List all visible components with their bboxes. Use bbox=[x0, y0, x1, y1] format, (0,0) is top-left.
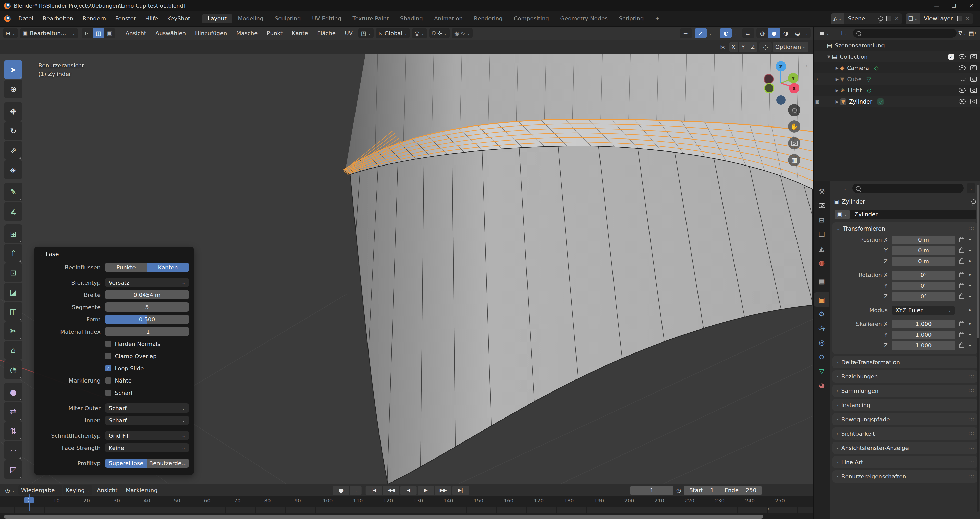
menu-keyshot[interactable]: KeyShot bbox=[162, 15, 195, 22]
workspace-tab-compositing[interactable]: Compositing bbox=[508, 14, 555, 24]
innen-dropdown[interactable]: Scharf⌄ bbox=[105, 416, 189, 425]
menu-punkt[interactable]: Punkt bbox=[262, 30, 286, 37]
panel-grip-icon[interactable]: ∷∷ bbox=[969, 402, 974, 408]
wiedergabe-menu[interactable]: Wiedergabe⌄ bbox=[19, 485, 62, 495]
tool-inset-faces[interactable]: ⊡ bbox=[4, 263, 22, 282]
value-field[interactable]: 0° bbox=[892, 271, 956, 279]
panel-beziehungen[interactable]: ›Beziehungen∷∷ bbox=[832, 370, 977, 383]
panel-benutzereigenschaften[interactable]: ›Benutzereigenschaften∷∷ bbox=[832, 470, 977, 482]
panel-bewegungspfade[interactable]: ›Bewegungspfade∷∷ bbox=[832, 413, 977, 425]
panel-grip-icon[interactable]: ∷∷ bbox=[969, 445, 974, 451]
panel-grip-icon[interactable]: ∷∷ bbox=[969, 417, 974, 422]
menu-hinzufuegen[interactable]: Hinzufügen bbox=[191, 30, 231, 37]
pan-button[interactable]: ✋ bbox=[788, 121, 800, 133]
properties-tab-modifiers[interactable]: ⚙ bbox=[814, 306, 829, 321]
disable-render-camera-icon[interactable] bbox=[970, 65, 977, 70]
workspace-tab-uv-editing[interactable]: UV Editing bbox=[307, 14, 347, 24]
frame-start-field[interactable]: Start1 bbox=[684, 485, 719, 495]
outliner-search-input[interactable] bbox=[853, 29, 956, 38]
proportional-editing-group[interactable]: ◉ ∿ ⌄ bbox=[452, 28, 473, 38]
pin-icon[interactable] bbox=[971, 199, 976, 204]
outliner-filter-button[interactable]: ∇⌄ bbox=[958, 30, 966, 37]
lock-icon[interactable] bbox=[959, 295, 964, 298]
xray-toggle[interactable]: ▱ bbox=[742, 28, 754, 38]
tool-move[interactable]: ✥ bbox=[4, 102, 22, 121]
tool-smooth[interactable]: ● bbox=[4, 383, 22, 402]
tool-extrude-region[interactable]: ⇑ bbox=[4, 244, 22, 263]
lock-icon[interactable] bbox=[959, 344, 964, 348]
timeline-ruler[interactable]: 1 10203040506070809010011012013014015016… bbox=[0, 496, 813, 506]
outliner-row-zylinder[interactable]: ▣▶▼Zylinder▽ bbox=[814, 96, 980, 107]
lock-icon[interactable] bbox=[959, 249, 964, 253]
rotation-mode-dropdown[interactable]: XYZ Euler⌄ bbox=[892, 306, 955, 315]
shading-dropdown[interactable]: ⌄ bbox=[803, 28, 811, 38]
animate-dot-icon[interactable]: • bbox=[966, 283, 974, 289]
play-reverse-button[interactable]: ◀ bbox=[401, 485, 417, 495]
animate-dot-icon[interactable]: • bbox=[966, 307, 974, 314]
properties-tab-world[interactable]: ◍ bbox=[814, 256, 829, 270]
animate-dot-icon[interactable]: • bbox=[966, 272, 974, 278]
chevron-down-icon[interactable]: ⌄ bbox=[709, 31, 712, 35]
unlink-icon[interactable]: ✕ bbox=[965, 15, 970, 22]
mirror-y-button[interactable]: Y bbox=[738, 42, 748, 51]
expand-triangle-icon[interactable]: ▶ bbox=[834, 88, 840, 92]
properties-tab-scene[interactable]: ◭ bbox=[814, 241, 829, 256]
frame-end-field[interactable]: Ende250 bbox=[719, 485, 762, 495]
tool-loop-cut[interactable]: ◫ bbox=[4, 302, 22, 321]
loop-slide-checkbox[interactable]: ✓ bbox=[105, 365, 111, 371]
tool-rip-region[interactable]: ◸ bbox=[4, 460, 22, 479]
properties-tab-object[interactable]: ▣ bbox=[814, 292, 829, 306]
properties-search-input[interactable] bbox=[853, 184, 964, 193]
animate-dot-icon[interactable]: • bbox=[966, 342, 974, 349]
maximize-button[interactable]: ❐ bbox=[945, 0, 963, 11]
tool-edge-slide[interactable]: ⇄ bbox=[4, 402, 22, 421]
proportional-icon[interactable]: ◉ bbox=[454, 30, 459, 37]
menu-datei[interactable]: Datei bbox=[14, 15, 38, 22]
properties-tab-data[interactable]: ▽ bbox=[814, 364, 829, 378]
current-frame-field[interactable]: 1 bbox=[630, 485, 673, 495]
record-button[interactable]: ● bbox=[333, 485, 349, 495]
workspace-tab-layout[interactable]: Layout bbox=[202, 14, 232, 24]
editor-type-button[interactable]: ⊞ ⌄ bbox=[3, 28, 18, 38]
panel-grip-icon[interactable]: ∷∷ bbox=[969, 374, 974, 379]
face-select-button[interactable]: ▣ bbox=[104, 28, 115, 38]
properties-editor-type-button[interactable]: ≣ ⌄ bbox=[835, 183, 850, 193]
properties-scrollbar[interactable] bbox=[977, 185, 979, 512]
outliner-row-cube[interactable]: •▶▼Cube▽ bbox=[814, 73, 980, 85]
properties-tab-collection[interactable]: ▤ bbox=[814, 274, 829, 288]
lock-icon[interactable] bbox=[959, 322, 964, 326]
value-field[interactable]: 0° bbox=[892, 282, 956, 290]
harden-normals-checkbox[interactable] bbox=[105, 341, 111, 347]
expand-triangle-icon[interactable]: ▶ bbox=[834, 77, 840, 81]
previous-keyframe-button[interactable]: ◀◀ bbox=[383, 485, 399, 495]
panel-grip-icon[interactable]: ∷∷ bbox=[969, 226, 974, 231]
tool-add-cube[interactable]: ⊞ bbox=[4, 224, 22, 243]
disable-render-camera-icon[interactable] bbox=[970, 76, 977, 82]
form-slider[interactable]: 0.500 bbox=[105, 315, 189, 324]
value-field[interactable]: 0° bbox=[892, 292, 956, 301]
mirror-x-button[interactable]: X bbox=[729, 42, 738, 51]
panel-delta-transformation[interactable]: ›Delta-Transformation bbox=[832, 356, 977, 368]
panel-instancing[interactable]: ›Instancing∷∷ bbox=[832, 399, 977, 411]
outliner-row-szenensammlung[interactable]: ▤Szenensammlung bbox=[814, 40, 980, 51]
vertex-select-button[interactable]: ⊡ bbox=[82, 28, 93, 38]
properties-tab-output[interactable]: ⊟ bbox=[814, 213, 829, 227]
value-field[interactable]: 1.000 bbox=[892, 320, 956, 329]
menu-masche[interactable]: Masche bbox=[232, 30, 262, 37]
disable-render-camera-icon[interactable] bbox=[970, 54, 977, 59]
animate-dot-icon[interactable]: • bbox=[966, 248, 974, 254]
outliner-row-camera[interactable]: ▶◆Camera◇ bbox=[814, 62, 980, 73]
menu-flaeche[interactable]: Fläche bbox=[313, 30, 340, 37]
properties-tab-render[interactable] bbox=[814, 198, 829, 213]
timeline-collapse-arrow[interactable]: ‹ bbox=[767, 505, 770, 512]
menu-rendern[interactable]: Rendern bbox=[78, 15, 111, 22]
animate-dot-icon[interactable]: • bbox=[966, 293, 974, 300]
panel-sammlungen[interactable]: ›Sammlungen∷∷ bbox=[832, 385, 977, 397]
menu-auswaehlen[interactable]: Auswählen bbox=[151, 30, 190, 37]
naehte-checkbox[interactable] bbox=[105, 378, 111, 384]
expand-triangle-icon[interactable]: ▶ bbox=[834, 99, 840, 104]
lock-icon[interactable] bbox=[959, 238, 964, 242]
zoom-button[interactable] bbox=[788, 104, 800, 116]
outliner-row-collection[interactable]: ▼▤Collection✓ bbox=[814, 51, 980, 62]
sidebar-collapse-arrow[interactable]: ‹ bbox=[805, 62, 808, 69]
